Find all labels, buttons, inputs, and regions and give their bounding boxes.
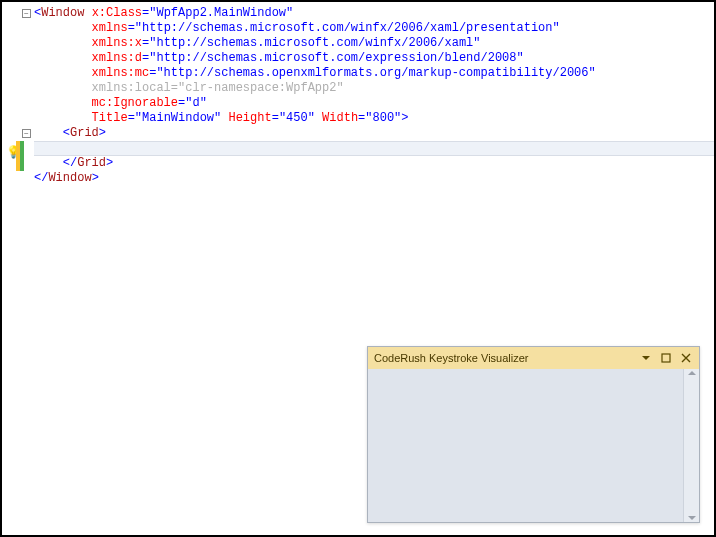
scroll-down-icon[interactable] [688,516,696,520]
close-icon[interactable] [679,351,693,365]
scroll-up-icon[interactable] [688,371,696,375]
code-line: xmlns:mc="http://schemas.openxmlformats.… [34,66,714,81]
code-line: Title="MainWindow" Height="450" Width="8… [34,111,714,126]
code-line: xmlns:d="http://schemas.microsoft.com/ex… [34,51,714,66]
code-line: </Grid> [34,156,714,171]
code-line: mc:Ignorable="d" [34,96,714,111]
code-line: xmlns:x="http://schemas.microsoft.com/wi… [34,36,714,51]
code-line: xmlns="http://schemas.microsoft.com/winf… [34,21,714,36]
fold-toggle-grid[interactable] [22,129,31,138]
maximize-icon[interactable] [659,351,673,365]
svg-rect-0 [662,354,670,362]
dropdown-icon[interactable] [639,351,653,365]
keystroke-visualizer-window[interactable]: CodeRush Keystroke Visualizer [367,346,700,523]
code-line: <Window x:Class="WpfApp2.MainWindow" [34,6,714,21]
gutter: 💡 [2,2,34,535]
fold-toggle-window[interactable] [22,9,31,18]
toolwindow-titlebar[interactable]: CodeRush Keystroke Visualizer [368,347,699,369]
code-line: </Window> [34,171,714,186]
code-line: xmlns:local="clr-namespace:WpfApp2" [34,81,714,96]
code-line: <Grid> [34,126,714,141]
toolwindow-scrollbar[interactable] [683,369,699,522]
code-line-current [34,141,714,156]
toolwindow-body [368,369,699,522]
toolwindow-title: CodeRush Keystroke Visualizer [374,352,528,364]
change-marker-green [20,141,24,171]
